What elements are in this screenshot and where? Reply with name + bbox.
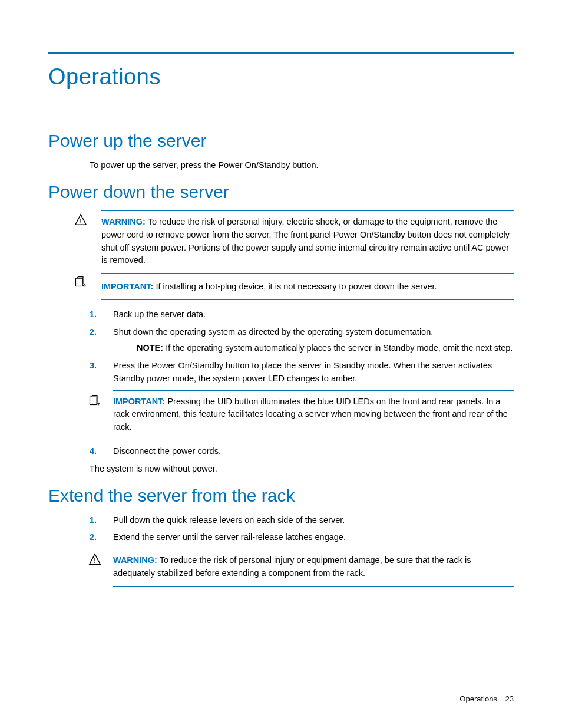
footer-section: Operations <box>459 694 497 703</box>
warning-callout: ! WARNING: To reduce the risk of persona… <box>113 549 514 587</box>
chapter-title: Operations <box>48 64 514 90</box>
warning-label: WARNING: <box>101 217 146 226</box>
section-heading-power-up: Power up the server <box>48 131 514 151</box>
svg-text:!: ! <box>80 218 82 225</box>
step-text: Pull down the quick release levers on ea… <box>113 515 345 525</box>
svg-text:!: ! <box>94 557 96 564</box>
step-text: Press the Power On/Standby button to pla… <box>113 361 492 383</box>
important-text: IMPORTANT: Pressing the UID button illum… <box>113 396 514 434</box>
power-down-closing: The system is now without power. <box>90 463 514 475</box>
warning-text: WARNING: To reduce the risk of personal … <box>113 554 514 580</box>
warning-callout: ! WARNING: To reduce the risk of persona… <box>101 210 514 274</box>
step-text: Back up the server data. <box>113 309 206 319</box>
footer-page-number: 23 <box>505 694 514 703</box>
important-icon <box>74 276 88 290</box>
svg-rect-2 <box>76 278 83 286</box>
important-callout: IMPORTANT: Pressing the UID button illum… <box>113 390 514 440</box>
important-text: IMPORTANT: If installing a hot-plug devi… <box>101 281 514 294</box>
important-body: If installing a hot-plug device, it is n… <box>156 282 437 291</box>
step-number: 2. <box>90 531 97 544</box>
warning-body: To reduce the risk of personal injury, e… <box>101 217 510 265</box>
list-item: 1. Pull down the quick release levers on… <box>90 514 514 527</box>
step-number: 2. <box>90 326 97 339</box>
svg-rect-3 <box>90 397 97 404</box>
step-text: Extend the server until the server rail-… <box>113 532 346 542</box>
step-number: 1. <box>90 514 97 527</box>
list-item: 3. Press the Power On/Standby button to … <box>90 360 514 440</box>
warning-body: To reduce the risk of personal injury or… <box>113 555 471 578</box>
step-number: 1. <box>90 308 97 321</box>
list-item: 1. Back up the server data. <box>90 308 514 321</box>
important-body: Pressing the UID button illuminates the … <box>113 397 508 432</box>
note-label: NOTE: <box>137 343 163 353</box>
list-item: 4. Disconnect the power cords. <box>90 445 514 458</box>
important-callout: IMPORTANT: If installing a hot-plug devi… <box>101 274 514 300</box>
warning-icon: ! <box>88 553 101 566</box>
note-callout: NOTE: If the operating system automatica… <box>137 342 514 355</box>
extend-steps: 1. Pull down the quick release levers on… <box>90 514 514 587</box>
warning-label: WARNING: <box>113 555 157 565</box>
step-number: 3. <box>90 360 97 373</box>
important-label: IMPORTANT: <box>101 282 153 291</box>
step-text: Disconnect the power cords. <box>113 446 221 456</box>
power-up-body: To power up the server, press the Power … <box>90 159 514 172</box>
warning-text: WARNING: To reduce the risk of personal … <box>101 216 514 267</box>
page-content: Operations Power up the server To power … <box>0 0 562 587</box>
power-down-steps: 1. Back up the server data. 2. Shut down… <box>90 308 514 458</box>
warning-icon: ! <box>74 213 88 228</box>
top-rule <box>48 52 514 54</box>
list-item: 2. Extend the server until the server ra… <box>90 531 514 586</box>
section-heading-extend: Extend the server from the rack <box>48 486 514 506</box>
page-footer: Operations 23 <box>459 694 514 703</box>
important-label: IMPORTANT: <box>113 397 165 406</box>
section-heading-power-down: Power down the server <box>48 182 514 202</box>
list-item: 2. Shut down the operating system as dir… <box>90 326 514 355</box>
important-icon <box>88 394 101 407</box>
step-number: 4. <box>90 445 97 458</box>
step-text: Shut down the operating system as direct… <box>113 327 433 337</box>
note-body: If the operating system automatically pl… <box>166 343 513 353</box>
